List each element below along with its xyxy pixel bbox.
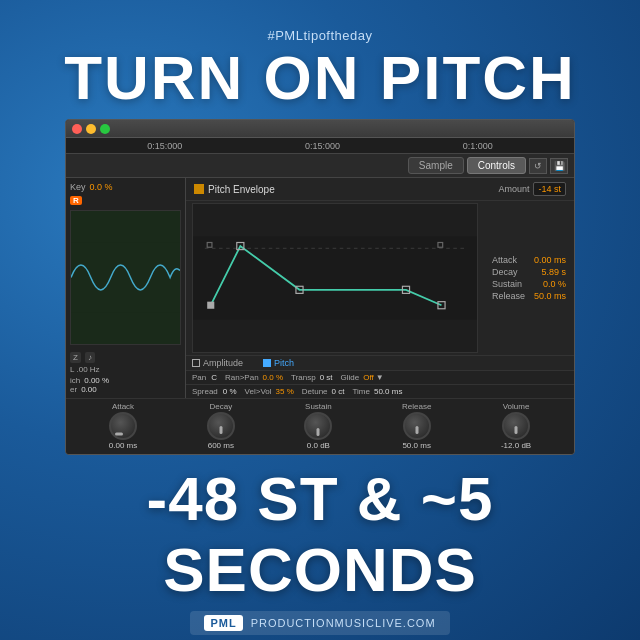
- tab-sample[interactable]: Sample: [408, 157, 464, 174]
- key-label: Key: [70, 182, 86, 192]
- save-icon[interactable]: 💾: [550, 158, 568, 174]
- sustain-knob-dot: [317, 428, 320, 436]
- sustain-row: Sustain 0.0 %: [492, 279, 566, 289]
- volume-knob-val: -12.0 dB: [501, 441, 531, 450]
- decay-knob-dot: [219, 426, 222, 434]
- minimize-button[interactable]: [86, 124, 96, 134]
- decay-label: Decay: [492, 267, 518, 277]
- release-knob[interactable]: [403, 412, 431, 440]
- adsr-values: Attack 0.00 ms Decay 5.89 s Sustain 0.0 …: [484, 201, 574, 355]
- ran-pan-label: Ran>Pan: [225, 373, 259, 382]
- tab-controls[interactable]: Controls: [467, 157, 526, 174]
- right-panel: Pitch Envelope Amount -14 st: [186, 178, 574, 398]
- freq-row: L .00 Hz: [70, 365, 181, 374]
- envelope-graph: [192, 203, 478, 353]
- decay-knob[interactable]: [207, 412, 235, 440]
- detune-item: Detune 0 ct: [302, 387, 345, 396]
- glide-dropdown-icon[interactable]: ▼: [376, 373, 384, 382]
- attack-value: 0.00 ms: [534, 255, 566, 265]
- bottom-section: -48 ST & ~5 SECONDS: [0, 455, 640, 605]
- pan-item: Pan C: [192, 373, 217, 382]
- spread-value: 0 %: [223, 387, 237, 396]
- volume-knob-dot: [515, 426, 518, 434]
- timeline-time-3: 0:1:000: [463, 141, 493, 151]
- ran-pan-value: 0.0 %: [263, 373, 283, 382]
- release-label: Release: [492, 291, 525, 301]
- maximize-button[interactable]: [100, 124, 110, 134]
- sustain-knob-group: Sustain 0.0 dB: [304, 402, 332, 450]
- er-value: 0.00: [81, 385, 97, 394]
- envelope-header: Pitch Envelope Amount -14 st: [186, 178, 574, 201]
- pan-label: Pan: [192, 373, 206, 382]
- plugin-tabs: Sample Controls ↺ 💾: [66, 154, 574, 178]
- amp-pitch-row: Amplitude Pitch: [186, 355, 574, 370]
- attack-knob[interactable]: [109, 412, 137, 440]
- release-knob-val: 50.0 ms: [402, 441, 430, 450]
- attack-knob-label: Attack: [112, 402, 134, 411]
- transp-label: Transp: [291, 373, 316, 382]
- release-row: Release 50.0 ms: [492, 291, 566, 301]
- freq-value: .00 Hz: [76, 365, 99, 374]
- timeline-bar: 0:15:000 0:15:000 0:1:000: [66, 138, 574, 154]
- time-item: Time 50.0 ms: [352, 387, 402, 396]
- attack-label: Attack: [492, 255, 517, 265]
- amount-row: Amount -14 st: [498, 182, 566, 196]
- refresh-icon[interactable]: ↺: [529, 158, 547, 174]
- pitch-group: Pitch: [263, 358, 294, 368]
- left-panel: Key 0.0 % R Z ♪ L .00 Hz: [66, 178, 186, 398]
- main-title: TURN ON PITCH: [0, 47, 640, 109]
- envelope-svg: [193, 204, 477, 352]
- params-row-2: Spread 0 % Vel>Vol 35 % Detune 0 ct Time…: [186, 384, 574, 398]
- detune-value: 0 ct: [332, 387, 345, 396]
- params-row-1: Pan C Ran>Pan 0.0 % Transp 0 st Glide Of…: [186, 370, 574, 384]
- transp-item: Transp 0 st: [291, 373, 333, 382]
- er-label: er: [70, 385, 77, 394]
- amount-value[interactable]: -14 st: [533, 182, 566, 196]
- glide-label: Glide: [341, 373, 360, 382]
- timeline-time-1: 0:15:000: [147, 141, 182, 151]
- sustain-value: 0.0 %: [543, 279, 566, 289]
- svg-rect-3: [207, 302, 214, 309]
- timeline-time-2: 0:15:000: [305, 141, 340, 151]
- plugin-titlebar: [66, 120, 574, 138]
- pitch-envelope-label: Pitch Envelope: [194, 184, 275, 195]
- glide-value: Off: [363, 373, 374, 382]
- sustain-knob-val: 0.0 dB: [307, 441, 330, 450]
- ich-label: ich: [70, 376, 80, 385]
- close-button[interactable]: [72, 124, 82, 134]
- time-value: 50.0 ms: [374, 387, 402, 396]
- spread-label: Spread: [192, 387, 218, 396]
- pitch-square-icon: [194, 184, 204, 194]
- waveform-area: [70, 210, 181, 345]
- ran-pan-item: Ran>Pan 0.0 %: [225, 373, 283, 382]
- volume-knob[interactable]: [502, 412, 530, 440]
- vel-vol-value: 35 %: [276, 387, 294, 396]
- decay-knob-val: 600 ms: [208, 441, 234, 450]
- release-knob-label: Release: [402, 402, 431, 411]
- time-label: Time: [352, 387, 369, 396]
- detune-label: Detune: [302, 387, 328, 396]
- top-section: #PMLtipoftheday TURN ON PITCH: [0, 0, 640, 109]
- volume-knob-group: Volume -12.0 dB: [501, 402, 531, 450]
- amplitude-checkbox[interactable]: [192, 359, 200, 367]
- waveform-svg: [71, 211, 180, 344]
- attack-row: Attack 0.00 ms: [492, 255, 566, 265]
- bottom-badges: Z ♪: [70, 350, 181, 363]
- decay-value: 5.89 s: [541, 267, 566, 277]
- pitch-checkbox[interactable]: [263, 359, 271, 367]
- z-badge: Z: [70, 352, 81, 363]
- sustain-label: Sustain: [492, 279, 522, 289]
- footer-bar: PML PRODUCTIONMUSICLIVE.COM: [0, 605, 640, 635]
- hashtag: #PMLtipoftheday: [0, 28, 640, 43]
- decay-row: Decay 5.89 s: [492, 267, 566, 277]
- r-badge: R: [70, 196, 82, 205]
- sustain-knob[interactable]: [304, 412, 332, 440]
- key-row: Key 0.0 %: [70, 182, 181, 192]
- footer-inner: PML PRODUCTIONMUSICLIVE.COM: [190, 611, 449, 635]
- plugin-window: 0:15:000 0:15:000 0:1:000 Sample Control…: [65, 119, 575, 455]
- glide-item: Glide Off ▼: [341, 373, 384, 382]
- ich-row: ich 0.00 %: [70, 376, 181, 385]
- plugin-body: Key 0.0 % R Z ♪ L .00 Hz: [66, 178, 574, 398]
- amount-label: Amount: [498, 184, 529, 194]
- music-badge: ♪: [85, 352, 95, 363]
